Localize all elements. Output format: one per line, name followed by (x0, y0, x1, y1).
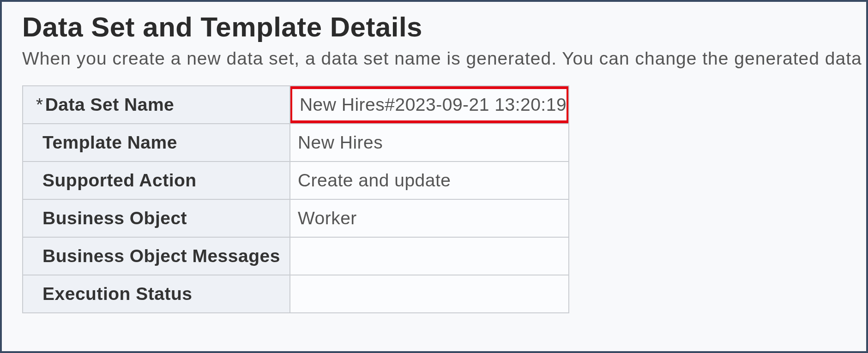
row-template-name: Template Name New Hires (23, 124, 569, 162)
label-template-name: Template Name (23, 124, 290, 162)
row-supported-action: Supported Action Create and update (23, 162, 569, 199)
required-marker: * (36, 95, 45, 114)
value-template-name: New Hires (290, 124, 569, 162)
label-business-object-messages: Business Object Messages (23, 237, 290, 275)
value-execution-status (290, 275, 569, 313)
row-business-object-messages: Business Object Messages (23, 237, 569, 275)
highlight-box: New Hires#2023-09-21 13:20:19 (289, 86, 569, 123)
section-title: Data Set and Template Details (22, 11, 866, 43)
row-execution-status: Execution Status (23, 275, 569, 313)
label-text-supported-action: Supported Action (36, 170, 197, 191)
label-execution-status: Execution Status (23, 275, 290, 313)
row-data-set-name: *Data Set Name New Hires#2023-09-21 13:2… (23, 86, 569, 124)
label-business-object: Business Object (23, 199, 290, 237)
value-supported-action: Create and update (290, 162, 569, 199)
section-description: When you create a new data set, a data s… (22, 48, 866, 69)
label-text-execution-status: Execution Status (36, 284, 192, 304)
value-business-object: Worker (290, 199, 569, 237)
label-supported-action: Supported Action (23, 162, 290, 199)
value-business-object-messages (290, 237, 569, 275)
label-text-data-set-name: Data Set Name (45, 95, 175, 114)
value-data-set-name: New Hires#2023-09-21 13:20:19 (300, 95, 567, 115)
label-text-business-object-messages: Business Object Messages (36, 246, 280, 266)
label-data-set-name: *Data Set Name (23, 86, 290, 124)
details-panel: Data Set and Template Details When you c… (0, 0, 868, 353)
label-text-business-object: Business Object (36, 208, 187, 228)
value-cell-data-set-name[interactable]: New Hires#2023-09-21 13:20:19 (290, 86, 569, 124)
details-table: *Data Set Name New Hires#2023-09-21 13:2… (22, 85, 569, 313)
label-text-template-name: Template Name (36, 132, 177, 153)
row-business-object: Business Object Worker (23, 199, 569, 237)
